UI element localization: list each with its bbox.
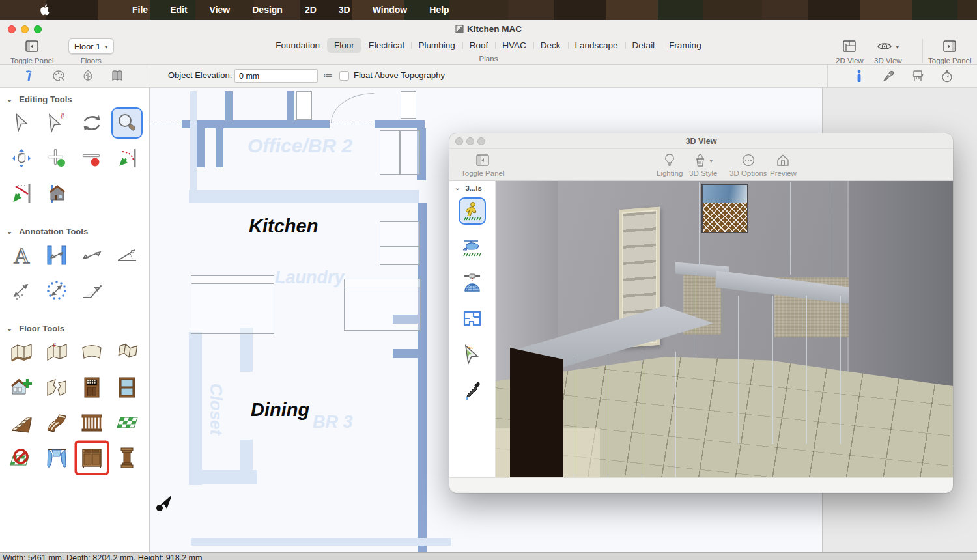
tool-window-treatment[interactable] — [39, 440, 74, 475]
float-above-topography-checkbox[interactable] — [339, 71, 349, 81]
menu-design[interactable]: Design — [241, 0, 294, 20]
tool-end-to-end-dimension[interactable] — [74, 238, 109, 273]
tool-curved-stairs[interactable] — [39, 405, 74, 440]
menu-edit[interactable]: Edit — [159, 0, 198, 20]
landscape-tools-icon[interactable] — [73, 69, 102, 83]
tool-orbit-camera[interactable] — [459, 269, 486, 296]
tool-text[interactable]: A — [4, 238, 39, 273]
tool-interior-wall[interactable]: # — [39, 335, 74, 370]
stopwatch-icon[interactable] — [932, 69, 961, 83]
lighting-button[interactable]: Lighting — [657, 152, 683, 177]
close-button[interactable] — [455, 137, 463, 145]
tool-select-similar[interactable]: # — [39, 105, 74, 141]
appliance-outline[interactable] — [191, 275, 274, 284]
wall-segment-light[interactable] — [189, 190, 419, 203]
wall-segment[interactable] — [182, 120, 330, 128]
wall-segment-light[interactable] — [240, 440, 253, 484]
tool-zoom[interactable] — [111, 107, 143, 139]
tool-curved-wall[interactable] — [74, 335, 109, 370]
object-info-icon[interactable] — [844, 69, 873, 83]
tab-electrical[interactable]: Electrical — [361, 38, 412, 53]
tool-chamfer-lines[interactable] — [4, 176, 39, 211]
tool-door[interactable] — [74, 370, 109, 405]
tool-column[interactable] — [109, 440, 145, 475]
cabinet-outline[interactable] — [400, 130, 420, 175]
object-elevation-input[interactable] — [234, 69, 318, 83]
3d-options-button[interactable]: 3D Options — [729, 152, 767, 177]
tool-adjust-view[interactable] — [459, 341, 486, 368]
wall-segment[interactable] — [197, 128, 205, 167]
tool-zoom-out[interactable] — [74, 141, 109, 176]
menu-help[interactable]: Help — [418, 0, 460, 20]
preview-button[interactable]: Preview — [770, 152, 797, 177]
view-3d-button[interactable]: ▾ 3D View — [874, 38, 902, 64]
wall-segment-light[interactable] — [189, 332, 202, 485]
section-floor-tools[interactable]: ⌄Floor Tools — [0, 317, 149, 335]
tool-pan[interactable] — [4, 141, 39, 176]
tool-point-to-point-dimension[interactable] — [4, 273, 39, 308]
tab-deck[interactable]: Deck — [533, 38, 568, 53]
cabinet-outline[interactable] — [380, 247, 420, 265]
furniture-icon[interactable] — [903, 69, 932, 83]
section-editing-tools[interactable]: ⌄Editing Tools — [0, 88, 149, 105]
design-tools-icon[interactable] — [44, 69, 73, 83]
tool-remove-floor-finish[interactable] — [4, 440, 39, 475]
wall-segment[interactable] — [287, 91, 294, 120]
tool-angular-dimension[interactable] — [109, 238, 145, 273]
tool-walkthrough-camera[interactable] — [459, 197, 486, 225]
tab-foundation[interactable]: Foundation — [268, 38, 327, 53]
zoom-window-button[interactable] — [477, 137, 485, 145]
menu-3d[interactable]: 3D — [328, 0, 361, 20]
tool-color-eyedropper[interactable] — [459, 376, 486, 404]
tool-leader-line[interactable] — [74, 273, 109, 308]
window-outline[interactable] — [401, 91, 416, 119]
library-tools-icon[interactable] — [102, 69, 132, 83]
tool-plan-view[interactable] — [459, 305, 486, 332]
window-outline[interactable] — [296, 91, 312, 120]
tool-railing[interactable] — [74, 405, 109, 440]
tool-rotate-view[interactable] — [74, 105, 109, 141]
tab-detail[interactable]: Detail — [625, 38, 662, 53]
tool-flyover-camera[interactable] — [459, 233, 486, 260]
wall-segment[interactable] — [216, 128, 223, 167]
cabinet-outline[interactable] — [344, 279, 421, 287]
3d-render-viewport[interactable] — [496, 181, 953, 477]
tool-window[interactable] — [109, 370, 145, 405]
tool-fillet-lines[interactable] — [109, 141, 145, 176]
3d-toggle-panel-button[interactable]: Toggle Panel — [461, 152, 505, 177]
elevation-list-icon[interactable]: ≔ — [323, 70, 332, 81]
3d-tools-section[interactable]: ⌄3...ls — [449, 181, 495, 195]
3d-view-window[interactable]: 3D View Toggle Panel Lighting ▾ 3D Style — [449, 133, 953, 493]
apple-menu-icon[interactable] — [40, 4, 51, 16]
minimize-button[interactable] — [466, 137, 474, 145]
3d-window-titlebar[interactable]: 3D View — [449, 133, 953, 149]
tab-framing[interactable]: Framing — [662, 38, 709, 53]
tab-hvac[interactable]: HVAC — [495, 38, 533, 53]
wall-segment-light[interactable] — [191, 538, 451, 546]
tool-cross-section-slider[interactable] — [39, 176, 74, 211]
tool-house-addition[interactable] — [4, 370, 39, 405]
cabinet-outline[interactable] — [380, 221, 420, 247]
menu-window[interactable]: Window — [361, 0, 419, 20]
tab-plumbing[interactable]: Plumbing — [411, 38, 462, 53]
3d-style-button[interactable]: ▾ 3D Style — [689, 152, 717, 177]
tab-roof[interactable]: Roof — [462, 38, 496, 53]
tool-exterior-wall[interactable] — [4, 335, 39, 370]
tool-stairs[interactable] — [4, 405, 39, 440]
section-annotation-tools[interactable]: ⌄Annotation Tools — [0, 220, 149, 238]
tab-floor[interactable]: Floor — [327, 38, 361, 53]
tool-interior-dimension[interactable] — [39, 238, 74, 273]
menu-view[interactable]: View — [199, 0, 242, 20]
tool-select[interactable] — [4, 105, 39, 141]
tool-wall-break[interactable] — [39, 370, 74, 405]
tool-zoom-in[interactable] — [39, 141, 74, 176]
style-pen-icon[interactable] — [873, 69, 903, 83]
cabinet-outline[interactable] — [380, 130, 400, 175]
menu-2d[interactable]: 2D — [294, 0, 328, 20]
tool-center-dimension[interactable] — [39, 273, 74, 308]
wall-segment[interactable] — [375, 120, 425, 128]
wall-segment-light[interactable] — [190, 91, 197, 203]
camera-marker-icon[interactable] — [154, 489, 177, 512]
menu-file[interactable]: File — [121, 0, 159, 20]
wall-segment-light[interactable] — [240, 328, 253, 372]
